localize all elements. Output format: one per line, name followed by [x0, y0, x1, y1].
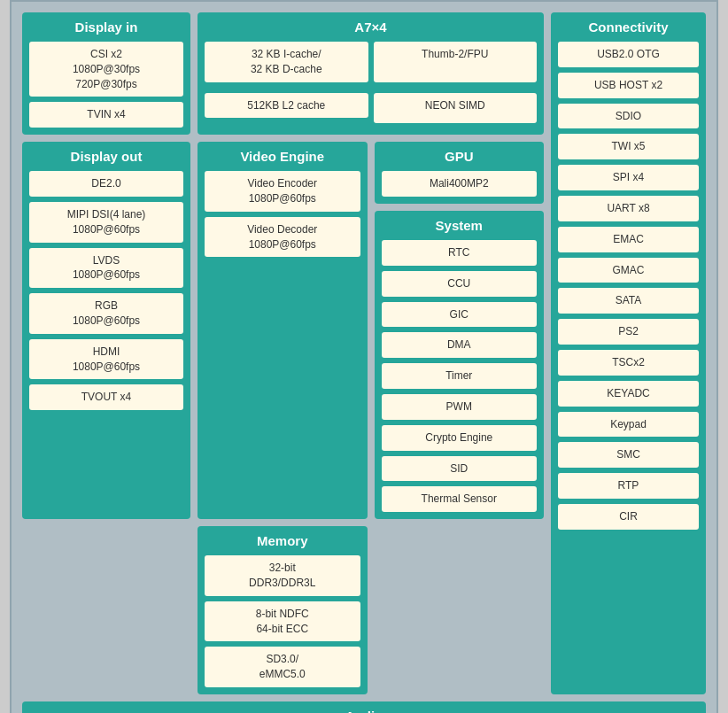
card-icache: 32 KB I-cache/32 KB D-cache — [205, 42, 368, 82]
audio-section: Audio Audio Codec I2S/PCMx2 AC97 OWA OUT — [22, 701, 706, 713]
system-title: System — [382, 218, 538, 233]
video-engine-title: Video Engine — [205, 149, 360, 164]
card-ps2: PS2 — [558, 319, 699, 345]
card-crypto: Crypto Engine — [382, 425, 538, 451]
memory-cards: 32-bitDDR3/DDR3L 8-bit NDFC64-bit ECC SD… — [205, 555, 360, 687]
card-sdio: SDIO — [558, 104, 699, 129]
card-dma: DMA — [382, 332, 538, 358]
card-timer: Timer — [382, 363, 538, 389]
card-sd30: SD3.0/eMMC5.0 — [205, 647, 360, 687]
gpu-title: GPU — [382, 149, 538, 164]
connectivity-cards: USB2.0 OTG USB HOST x2 SDIO TWI x5 SPI x… — [558, 42, 699, 530]
connectivity-section: Connectivity USB2.0 OTG USB HOST x2 SDIO… — [551, 12, 706, 694]
card-tscx2: TSCx2 — [558, 350, 699, 376]
card-neon: NEON SIMD — [374, 93, 538, 124]
video-engine-cards: Video Encoder1080P@60fps Video Decoder10… — [205, 171, 360, 257]
card-tvin: TVIN x4 — [29, 102, 183, 128]
card-cir: CIR — [558, 504, 699, 530]
card-lvds: LVDS1080P@60fps — [29, 248, 183, 289]
card-ddr3: 32-bitDDR3/DDR3L — [205, 555, 360, 596]
card-pwm: PWM — [382, 394, 538, 420]
card-de2: DE2.0 — [29, 171, 183, 197]
card-spi: SPI x4 — [558, 165, 699, 190]
card-gmac: GMAC — [558, 258, 699, 283]
card-csi: CSI x21080P@30fps720P@30fps — [29, 42, 183, 97]
card-rgb: RGB1080P@60fps — [29, 293, 183, 334]
card-rtc: RTC — [382, 240, 538, 266]
card-video-decoder: Video Decoder1080P@60fps — [205, 217, 360, 258]
display-out-section: Display out DE2.0 MIPI DSI(4 lane)1080P@… — [22, 142, 190, 519]
card-ccu: CCU — [382, 271, 538, 297]
card-sid: SID — [382, 456, 538, 482]
card-usb20otg: USB2.0 OTG — [558, 42, 699, 67]
card-uart: UART x8 — [558, 196, 699, 221]
a7x4-section: A7×4 32 KB I-cache/32 KB D-cache Thumb-2… — [197, 12, 544, 135]
card-rtp: RTP — [558, 473, 699, 499]
card-l2cache: 512KB L2 cache — [205, 93, 368, 119]
card-twi: TWI x5 — [558, 134, 699, 159]
display-out-cards: DE2.0 MIPI DSI(4 lane)1080P@60fps LVDS10… — [29, 171, 183, 410]
diagram: Display in CSI x21080P@30fps720P@30fps T… — [10, 0, 718, 713]
card-hdmi: HDMI1080P@60fps — [29, 339, 183, 380]
card-tvout: TVOUT x4 — [29, 384, 183, 410]
display-out-title: Display out — [29, 149, 183, 164]
card-mipi: MIPI DSI(4 lane)1080P@60fps — [29, 202, 183, 243]
audio-row: Audio Audio Codec I2S/PCMx2 AC97 OWA OUT — [22, 701, 706, 713]
display-in-title: Display in — [29, 19, 183, 35]
gpu-system-col: GPU Mali400MP2 System RTC CCU GIC DMA Ti… — [375, 142, 545, 519]
card-thumb2fpu: Thumb-2/FPU — [374, 42, 538, 82]
card-usbhost: USB HOST x2 — [558, 73, 699, 98]
memory-title: Memory — [205, 533, 360, 548]
card-gic: GIC — [382, 302, 538, 328]
memory-section: Memory 32-bitDDR3/DDR3L 8-bit NDFC64-bit… — [197, 526, 368, 694]
card-video-encoder: Video Encoder1080P@60fps — [205, 171, 360, 212]
a7x4-title: A7×4 — [205, 19, 537, 35]
system-cards: RTC CCU GIC DMA Timer PWM Crypto Engine … — [382, 240, 538, 512]
card-emac: EMAC — [558, 227, 699, 252]
audio-title: Audio — [29, 709, 699, 713]
card-smc: SMC — [558, 442, 699, 468]
gpu-section: GPU Mali400MP2 — [375, 142, 545, 204]
video-engine-section: Video Engine Video Encoder1080P@60fps Vi… — [197, 142, 368, 519]
card-keypad: Keypad — [558, 412, 699, 438]
card-sata: SATA — [558, 288, 699, 314]
a7x4-cards: 32 KB I-cache/32 KB D-cache Thumb-2/FPU … — [205, 42, 537, 123]
card-thermal: Thermal Sensor — [382, 486, 538, 512]
display-in-cards: CSI x21080P@30fps720P@30fps TVIN x4 — [29, 42, 183, 128]
card-ndfc: 8-bit NDFC64-bit ECC — [205, 601, 360, 642]
display-in-section: Display in CSI x21080P@30fps720P@30fps T… — [22, 12, 190, 135]
card-mali: Mali400MP2 — [382, 171, 538, 197]
card-keyadc: KEYADC — [558, 381, 699, 407]
system-section: System RTC CCU GIC DMA Timer PWM Crypto … — [375, 211, 545, 519]
connectivity-title: Connectivity — [558, 19, 699, 35]
